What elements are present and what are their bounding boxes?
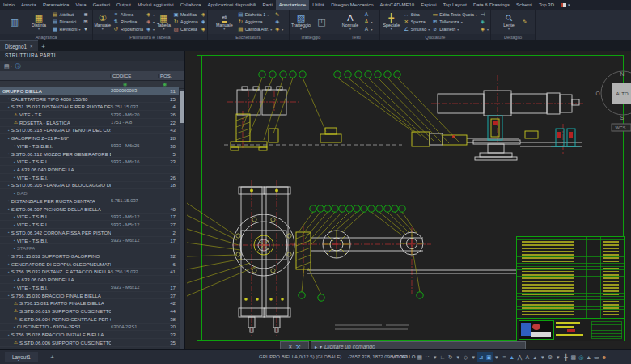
grid-icon[interactable]: ▦	[416, 352, 424, 362]
chevron-down-icon[interactable]: ▾	[320, 344, 322, 349]
workspace-caret-icon[interactable]: ▾	[554, 352, 562, 362]
parts-row[interactable]: ▪VITE - T.S.B.I.5933 - M6x1217	[0, 214, 179, 222]
polar-caret-icon[interactable]: ▾	[455, 352, 463, 362]
parts-row[interactable]: ▪GENERATORE DI COPPIA OLEOPNEUMATICO6	[0, 260, 179, 269]
ribbon-button-dinamici[interactable]: ▤Dinamici	[53, 19, 81, 25]
ribbon-button-attributi[interactable]: ▤Attributi	[53, 11, 81, 18]
ribbon-button-tratteggio[interactable]: ▨Tratteggio▾	[291, 11, 311, 33]
object-snap-tracking-icon[interactable]: ⊿	[477, 352, 485, 362]
parts-row[interactable]: ▪CALETTATORE TIPO 4000 150/3025	[0, 95, 179, 104]
parts-row[interactable]: ▪S.STD.06.312 MOZZO PER GENERATORE DI CO…	[0, 150, 179, 159]
view-options-icon[interactable]: ▤▾	[4, 63, 12, 70]
parts-row[interactable]: ▪DISTANZIALE PER RUOTA DENTATA5.751.15.0…	[0, 197, 179, 205]
ribbon-tab-autocad-me10[interactable]: AutoCAD-ME10	[377, 0, 418, 10]
ribbon-button-etichetta-1[interactable]: ▤Etichetta 1▾	[238, 11, 272, 18]
annotation-scale-icon[interactable]: ▴	[531, 352, 540, 362]
parts-row[interactable]: ▪S.756.15.028 BRACCIO INIZIALE BIELLA33	[0, 331, 179, 339]
parts-row[interactable]: ▪S.751.15.052 SUPPORTO GALOPPINO32	[0, 252, 179, 260]
ribbon-button-icon[interactable]: ✎	[274, 11, 283, 18]
close-icon[interactable]: ×	[30, 44, 33, 49]
ribbon-button-icon[interactable]: ◈▾	[480, 26, 489, 32]
parts-row[interactable]: ▪A.633.06.040 RONDELLA	[0, 166, 179, 174]
ribbon-button-icon[interactable]: ◈	[201, 26, 206, 32]
scrollbar-thumb[interactable]	[180, 91, 184, 123]
ribbon-button-icon[interactable]: ◈▾	[274, 26, 283, 32]
ribbon-tab-top-3d[interactable]: Top 3D	[536, 0, 557, 10]
parts-row[interactable]: ▪A.633.06.040 RONDELLA	[0, 276, 179, 284]
parts-row[interactable]: ▪S.STD.06.307 PIGNONE DELLA BIELLA40	[0, 205, 179, 214]
ribbon-button-icon[interactable]: A▾	[363, 26, 372, 32]
parts-row[interactable]: ▪VITE - T.S.E.I.5933 - M5x1227	[0, 221, 179, 229]
parts-row[interactable]: ⚠S.STD.06.004 PERNO CENTRALE PER CUSCINE…	[0, 315, 179, 324]
clean-screen-icon[interactable]: ▲	[585, 352, 593, 362]
graphics-performance-icon[interactable]: ◎	[578, 352, 586, 362]
parts-row[interactable]: ⚠VITE - T.E.5739 - M6x2026	[0, 111, 179, 119]
ribbon-button-icon[interactable]: A▾	[363, 19, 372, 25]
parts-row[interactable]: ▪VITE - T.S.E.I.5933 - M6x1623	[0, 158, 179, 166]
ribbon-tab-parametrica[interactable]: Parametrica	[40, 0, 72, 10]
wcs-label[interactable]: WCS	[616, 125, 626, 130]
ribbon-button-smusso[interactable]: ∠Smusso▾	[404, 26, 430, 32]
new-layout-button[interactable]: +	[47, 352, 57, 362]
scale-caret-icon[interactable]: ▾	[539, 352, 547, 362]
close-icon[interactable]: ✕	[288, 344, 292, 349]
ribbon-button-spezza[interactable]: ✕Spezza	[404, 19, 430, 25]
ribbon-tab-applicazioni-disponibili[interactable]: Applicazioni disponibili	[204, 0, 259, 10]
compass-west[interactable]: O	[595, 91, 599, 96]
parts-row[interactable]: ▪GALOPPINO Z=21 F=3/8"28	[0, 134, 179, 142]
workspace-icon[interactable]: ⚙	[547, 352, 555, 362]
parts-row[interactable]: ▪VITE - T.S.B.I.5933 - M6x1217	[0, 284, 179, 292]
snap-mode-icon[interactable]: ∷	[424, 352, 432, 362]
ribbon-button-boundary-icon[interactable]: ◰	[313, 11, 330, 33]
parts-row[interactable]: ▪S.751.15.037 DISTANZIALE PER RUOTA DENT…	[0, 103, 179, 111]
ribbon-button-aggiorna[interactable]: ↻Aggiorna	[173, 19, 198, 25]
parts-row[interactable]: ▪S.756.15.032 DISTANZ. E ATTACCO BIELLA …	[0, 269, 179, 277]
ribbon-tab-top-layout[interactable]: Top Layout	[440, 0, 470, 10]
ribbon-button-allinea[interactable]: ≡Allinea	[113, 11, 143, 18]
ortho-icon[interactable]: ∟	[439, 352, 447, 362]
ribbon-tab-collabora[interactable]: Collabora	[177, 0, 205, 10]
dynamic-input-icon[interactable]: ⋀	[516, 352, 524, 362]
ribbon-button-icon[interactable]: ◈	[201, 11, 206, 18]
viewcube[interactable]: ALTO N O S WCS	[595, 71, 631, 131]
language-flag-icon[interactable]: ▾	[561, 0, 570, 10]
ribbon-button-riposiziona[interactable]: ↺Riposiziona	[113, 26, 143, 32]
viewcube-top-label[interactable]: ALTO	[616, 91, 628, 96]
ribbon-button-revisioni[interactable]: ▦Revisioni▾	[53, 26, 81, 32]
ribbon-button-riordina[interactable]: ⇅Riordina	[113, 19, 143, 25]
ribbon-button-icon[interactable]: ≣	[83, 11, 88, 18]
ribbon-button-lente[interactable]: ⚲Lente▾	[498, 11, 520, 33]
parts-row[interactable]: ⚠S.STD.06.006 SUPPORTO CUSCINETTO35	[0, 339, 179, 347]
panel-scrollbar[interactable]	[180, 89, 184, 349]
snap-caret-icon[interactable]: ▾	[431, 352, 439, 362]
parts-row[interactable]: ▪S.756.15.030 BRACCIO FINALE BIELLA37	[0, 292, 179, 300]
compass-south[interactable]: S	[620, 115, 625, 121]
parts-row[interactable]: ⚠S.STD.06.019 SUPPORTO CUSCINETTO DELLA …	[0, 307, 179, 315]
model-space-button[interactable]: MODELLO	[392, 350, 415, 364]
ribbon-tab-gestisci[interactable]: Gestisci	[90, 0, 113, 10]
ribbon-tab-parti[interactable]: Parti	[259, 0, 275, 10]
isometric-drafting-icon[interactable]: ◇	[462, 352, 470, 362]
filter-icon[interactable]: ◉	[123, 82, 127, 87]
ribbon-button-normale[interactable]: ANormale▾	[339, 11, 361, 33]
parts-row[interactable]: ⚠ROSETTA - ELASTICA1751 - A 822	[0, 119, 179, 127]
compass-north[interactable]: N	[620, 71, 625, 77]
ribbon-tab-inizio[interactable]: Inizio	[0, 0, 18, 10]
ribbon-button-aggiorna[interactable]: ↻Aggiorna	[238, 19, 272, 25]
layout-tab[interactable]: Layout1	[5, 352, 38, 362]
ribbon-button-icon[interactable]: A	[363, 11, 372, 18]
parts-row[interactable]: ▪DADI	[0, 189, 179, 197]
polar-tracking-icon[interactable]: ↻	[447, 352, 455, 362]
ribbon-tab-moduli-aggiuntivi[interactable]: Moduli aggiuntivi	[134, 0, 177, 10]
parts-row[interactable]: ▪VITE - T.S.E.I.26	[0, 174, 179, 182]
ribbon-tab-utilit[interactable]: Utilità	[309, 0, 328, 10]
column-codice[interactable]: CODICE	[110, 74, 158, 78]
file-tab-disegno1[interactable]: Disegno1 ×	[0, 40, 38, 51]
ribbon-button-tabella[interactable]: ▦Tabella▾	[157, 11, 171, 33]
annotation-monitor-icon[interactable]: ╋	[562, 352, 570, 362]
ribbon-button-icon[interactable]: ⊣	[480, 11, 489, 18]
ribbon-tab-schemi[interactable]: Schemi	[513, 0, 536, 10]
ribbon-button-modifica[interactable]: ▣Modifica	[173, 11, 198, 18]
annotation-visibility-icon[interactable]: A	[523, 352, 531, 362]
parts-row[interactable]: ▪S.STD.06.305 FLANGIA DI BLOCCAGGIO DEL …	[0, 182, 179, 190]
